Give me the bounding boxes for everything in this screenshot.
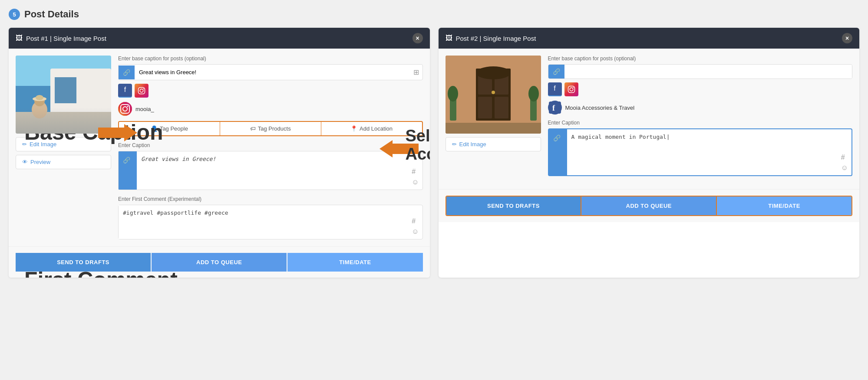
post-2-footer: SEND TO DRAFTS ADD TO QUEUE TIME/DATE — [446, 196, 853, 216]
posts-container: 🖼 Post #1 | Single Image Post × Base Cap… — [9, 28, 859, 278]
tag-people-button-1[interactable]: 👤 Tag People — [119, 122, 220, 135]
post-1-left: ✏ Edit Image 👁 Preview — [16, 56, 111, 239]
svg-point-18 — [127, 106, 129, 107]
time-date-button-2[interactable]: TIME/DATE — [717, 197, 851, 215]
link-icon-1: 🔗 — [119, 66, 135, 79]
tag-products-button-1[interactable]: 🏷 Tag Products — [220, 122, 321, 135]
post-2-header-title: 🖼 Post #2 | Single Image Post — [446, 34, 536, 42]
comment-textarea-1[interactable]: #igtravel #passportlife #greece — [119, 205, 408, 239]
hashtag-icon-2[interactable]: # — [841, 154, 848, 161]
caption-textarea-1[interactable]: Great views in Greece! — [137, 151, 408, 190]
page-title: Post Details — [24, 9, 79, 20]
send-to-drafts-button-1[interactable]: SEND TO DRAFTS — [16, 253, 151, 272]
edit-pencil-icon: ✏ — [22, 141, 27, 147]
time-date-button-1[interactable]: TIME/DATE — [287, 253, 422, 272]
location-icon: 📍 — [350, 125, 357, 132]
post-2-card: 🖼 Post #2 | Single Image Post × — [439, 28, 860, 278]
caption-textarea-wrapper-1: 🔗 Great views in Greece! # ☺ — [118, 151, 423, 190]
account-row-1: mooia_ — [118, 102, 423, 116]
add-to-queue-button-1[interactable]: ADD TO QUEUE — [152, 253, 287, 272]
facebook-icon-2[interactable]: f — [548, 82, 562, 96]
comment-textarea-actions-1: # ☺ — [408, 205, 422, 239]
post-1-wrapper: Base Caption First Comment — [16, 56, 423, 239]
account-name-1: mooia_ — [135, 106, 154, 112]
base-caption-input-row-1: 🔗 ⊞ — [118, 64, 423, 80]
emoji-icon-comment-1[interactable]: ☺ — [412, 228, 419, 236]
svg-point-34 — [570, 88, 573, 91]
hashtag-icon-1[interactable]: # — [412, 168, 419, 176]
caption-textarea-2[interactable]: A magical moment in Portugal| — [567, 129, 838, 175]
send-to-drafts-button-2[interactable]: SEND TO DRAFTS — [446, 197, 582, 215]
preview-eye-icon: 👁 — [22, 159, 28, 165]
enter-caption-label-2: Enter Caption — [548, 120, 853, 126]
tag-people-icon: 👤 — [151, 125, 158, 132]
comment-textarea-wrapper-1: #igtravel #passportlife #greece # ☺ — [118, 205, 423, 239]
base-caption-input-2[interactable] — [564, 65, 852, 79]
link-icon-caption-2: 🔗 — [549, 129, 567, 175]
post-2-footer-wrapper: SEND TO DRAFTS ADD TO QUEUE TIME/DATE — [439, 189, 860, 222]
post-2-right: Enter base caption for posts (optional) … — [548, 56, 853, 182]
emoji-icon-2[interactable]: ☺ — [841, 164, 848, 172]
svg-text:f: f — [552, 104, 555, 112]
svg-point-31 — [448, 86, 458, 102]
post-2-image — [446, 56, 541, 134]
hashtag-icon-comment-1[interactable]: # — [412, 217, 419, 225]
preview-button-1[interactable]: 👁 Preview — [16, 155, 111, 169]
post-2-left: Edit Image ✏ Edit Image — [446, 56, 541, 182]
account-avatar-2: f — [548, 101, 562, 115]
post-1-footer: SEND TO DRAFTS ADD TO QUEUE TIME/DATE — [9, 246, 430, 278]
facebook-icon-1[interactable]: f — [118, 84, 132, 98]
post-1-image — [16, 56, 111, 134]
svg-point-13 — [143, 88, 144, 89]
first-comment-label-1: Enter First Comment (Experimental) — [118, 196, 423, 202]
image-icon-2: 🖼 — [446, 34, 452, 42]
add-location-button-1[interactable]: 📍 Add Location — [321, 122, 422, 135]
svg-rect-36 — [549, 102, 561, 114]
post-2-wrapper: Edit Image ✏ Edit Image Enter base capti… — [446, 56, 853, 182]
post-1-right: Enter base caption for posts (optional) … — [118, 56, 423, 239]
svg-rect-4 — [55, 77, 76, 103]
svg-rect-28 — [446, 123, 541, 134]
emoji-icon-1[interactable]: ☺ — [412, 178, 419, 186]
post-2-main: Edit Image ✏ Edit Image Enter base capti… — [446, 56, 853, 182]
account-name-2: Mooia Accessories & Travel — [565, 105, 635, 111]
post-1-card: 🖼 Post #1 | Single Image Post × Base Cap… — [9, 28, 430, 278]
svg-point-32 — [528, 86, 539, 102]
tag-products-icon: 🏷 — [250, 125, 256, 132]
base-caption-input-1[interactable] — [135, 66, 410, 79]
post-2-close-button[interactable]: × — [842, 33, 852, 43]
caption-textarea-wrapper-2: 🔗 A magical moment in Portugal| # ☺ — [548, 128, 853, 176]
link-icon-caption-1: 🔗 — [119, 151, 137, 190]
post-1-close-button[interactable]: × — [413, 33, 423, 43]
base-caption-input-row-2: 🔗 — [548, 64, 853, 79]
social-icons-row-1: f — [118, 84, 423, 98]
svg-point-10 — [36, 95, 43, 100]
svg-rect-25 — [495, 97, 508, 118]
post-1-header: 🖼 Post #1 | Single Image Post × — [9, 28, 430, 49]
svg-rect-24 — [478, 97, 492, 118]
svg-rect-5 — [16, 112, 111, 134]
base-caption-label-1: Enter base caption for posts (optional) — [118, 56, 423, 62]
svg-point-27 — [492, 91, 495, 94]
svg-point-12 — [140, 89, 143, 92]
link-icon-2: 🔗 — [548, 65, 564, 79]
edit-pencil-icon-2: ✏ — [452, 141, 457, 147]
account-avatar-1 — [118, 102, 132, 116]
post-1-header-title: 🖼 Post #1 | Single Image Post — [16, 34, 106, 42]
svg-point-35 — [573, 87, 574, 88]
edit-image-button-1[interactable]: ✏ Edit Image — [16, 137, 111, 151]
image-icon: 🖼 — [16, 34, 23, 42]
instagram-icon-1[interactable] — [135, 84, 149, 98]
step-badge: 5 — [9, 9, 20, 20]
add-to-queue-button-2[interactable]: ADD TO QUEUE — [581, 197, 717, 215]
tag-buttons-row-1: 👤 Tag People 🏷 Tag Products 📍 Add Locati… — [118, 121, 423, 136]
account-row-2: f Mooia Accessories & Travel — [548, 101, 853, 115]
caption-textarea-actions-2: # ☺ — [838, 129, 851, 175]
instagram-icon-2[interactable] — [564, 82, 578, 96]
post-1-main: ✏ Edit Image 👁 Preview Enter base captio… — [16, 56, 423, 239]
post-2-body: Edit Image ✏ Edit Image Enter base capti… — [439, 49, 860, 189]
enter-caption-label-1: Enter Caption — [118, 142, 423, 148]
caption-textarea-actions-1: # ☺ — [408, 151, 422, 190]
svg-point-26 — [476, 66, 511, 79]
edit-image-button-2[interactable]: ✏ Edit Image — [446, 137, 541, 151]
